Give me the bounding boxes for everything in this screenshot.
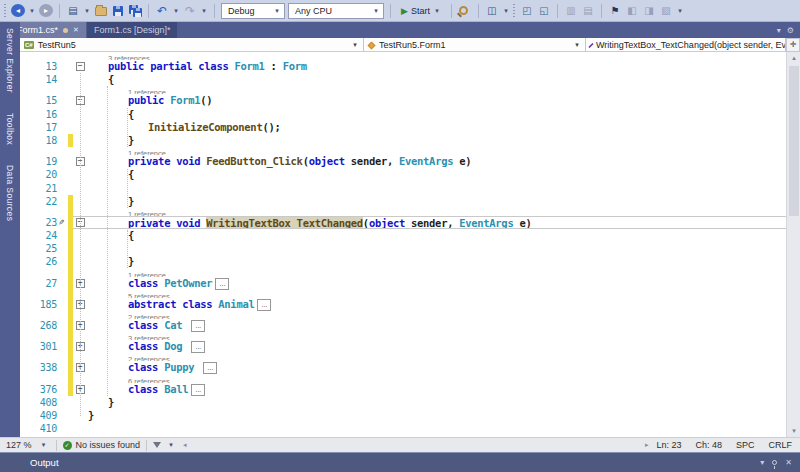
redo-button[interactable]: ↷ <box>183 3 197 19</box>
tab-pin-icon[interactable] <box>63 28 68 33</box>
toolbar-grip[interactable] <box>4 4 6 18</box>
find-in-files-button[interactable] <box>458 3 472 19</box>
code-line[interactable]: 20{ <box>20 168 786 181</box>
code-line[interactable]: 185+abstract class Animal... <box>20 298 786 311</box>
codelens-row[interactable]: 1 reference <box>20 269 786 277</box>
code-line[interactable]: 24{ <box>20 229 786 242</box>
code-line[interactable]: 16{ <box>20 108 786 121</box>
code-cleanup-caret-icon[interactable]: ▾ <box>167 441 175 449</box>
code-line[interactable]: 409} <box>20 409 786 422</box>
code-line[interactable]: 268+class Cat ... <box>20 319 786 332</box>
collapse-region-icon[interactable]: − <box>73 60 87 73</box>
window-position-icon[interactable]: ▾ <box>760 458 764 467</box>
open-file-button[interactable] <box>94 3 108 19</box>
code-line[interactable]: 410 <box>20 422 786 435</box>
code-line[interactable]: 23✎−private void WritingTextBox_TextChan… <box>20 216 786 229</box>
code-editor[interactable]: 3 references13−public partial class Form… <box>20 52 786 437</box>
codelens-row[interactable]: 5 references <box>20 290 786 298</box>
vertical-scrollbar[interactable]: ▴ ▾ <box>786 52 800 437</box>
undo-caret-icon[interactable]: ▾ <box>172 7 180 15</box>
code-line[interactable]: 26} <box>20 255 786 268</box>
code-line[interactable]: 18} <box>20 134 786 147</box>
code-line[interactable]: 338+class Puppy ... <box>20 361 786 374</box>
toolbar-grip[interactable] <box>513 4 515 18</box>
codelens-row[interactable]: 3 references <box>20 52 786 60</box>
code-line[interactable]: 27+class PetOwner... <box>20 277 786 290</box>
scroll-up-icon[interactable]: ▴ <box>787 54 800 62</box>
codelens-row[interactable]: 2 references <box>20 311 786 319</box>
preview-window-button[interactable]: ◫ <box>485 3 499 19</box>
code-line[interactable]: 408} <box>20 396 786 409</box>
codelens-row[interactable]: 3 references <box>20 332 786 340</box>
pin-icon[interactable] <box>772 460 777 465</box>
collapsed-region-box[interactable]: ... <box>257 299 271 311</box>
code-line[interactable]: 17InitializeComponent(); <box>20 121 786 134</box>
navigate-forward-button[interactable]: ▸ <box>39 4 53 17</box>
output-panel-bar[interactable]: Output ▾ ✕ <box>0 452 800 472</box>
collapsed-region-box[interactable]: ... <box>191 320 205 332</box>
codelens-row[interactable]: 1 reference <box>20 86 786 94</box>
start-debugging-button[interactable]: ▶ Start ▾ <box>397 3 445 19</box>
active-files-dropdown-icon[interactable]: ▾ <box>777 26 781 35</box>
type-select[interactable]: TestRun5.Form1 ▾ <box>364 38 586 52</box>
line-ending-indicator[interactable]: CRLF <box>768 440 792 450</box>
split-window-button[interactable]: ✛ <box>786 38 800 52</box>
spaces-indicator[interactable]: SPC <box>736 440 755 450</box>
project-select[interactable]: C# TestRun5 ▾ <box>20 38 364 52</box>
sidebar-item-data-sources[interactable]: Data Sources <box>5 165 15 221</box>
save-button[interactable] <box>111 3 125 19</box>
codelens-row[interactable]: 1 reference <box>20 147 786 155</box>
comment-button[interactable]: ▧ <box>659 3 673 19</box>
collapsed-region-box[interactable]: ... <box>191 384 205 396</box>
undo-button[interactable]: ↶ <box>155 3 169 19</box>
output-panel-title[interactable]: Output <box>30 457 59 468</box>
codelens-row[interactable]: 1 reference <box>20 208 786 216</box>
navigate-back-caret-icon[interactable]: ▾ <box>28 7 36 15</box>
navigate-back-button[interactable]: ◂ <box>11 4 25 17</box>
toggle-bookmark-button[interactable]: ⚑ <box>608 3 622 19</box>
member-select[interactable]: WritingTextBox_TextChanged(object sender… <box>586 38 786 52</box>
tab-form1-cs[interactable]: Form1.cs* ✕ <box>10 22 86 38</box>
code-line[interactable]: 15−public Form1() <box>20 94 786 107</box>
code-line[interactable]: 301+class Dog ... <box>20 340 786 353</box>
close-icon[interactable]: ✕ <box>785 458 792 467</box>
code-line[interactable]: 25 <box>20 242 786 255</box>
block-display-button[interactable]: ▤ <box>581 3 595 19</box>
show-hierarchy-button[interactable]: ◱ <box>537 3 551 19</box>
tab-form1-cs-design[interactable]: Form1.cs [Design]* <box>87 22 178 38</box>
document-health-indicator[interactable]: ✓ No issues found <box>63 440 141 450</box>
debug-configuration-select[interactable]: Debug ▾ <box>221 3 285 19</box>
code-line[interactable]: 376+class Ball... <box>20 383 786 396</box>
new-file-button[interactable]: ▤ <box>66 3 80 19</box>
outdent-button[interactable]: ◨ <box>642 3 656 19</box>
code-line[interactable]: 14{ <box>20 73 786 86</box>
preview-window-caret-icon[interactable]: ▾ <box>502 7 510 15</box>
indent-button[interactable]: ◧ <box>625 3 639 19</box>
new-file-caret-icon[interactable]: ▾ <box>83 7 91 15</box>
line-display-button[interactable]: ▥ <box>564 3 578 19</box>
codelens-row[interactable]: 2 references <box>20 353 786 361</box>
toolbar-overflow-icon[interactable]: ▾ <box>676 7 684 15</box>
horizontal-scrollbar[interactable]: ◂ ▸ <box>181 438 650 452</box>
redo-caret-icon[interactable]: ▾ <box>200 7 208 15</box>
scroll-left-icon[interactable]: ◂ <box>183 441 187 449</box>
collapsed-region-box[interactable]: ... <box>203 362 217 374</box>
zoom-select[interactable]: 127 % ▾ <box>4 440 50 450</box>
collapsed-region-box[interactable]: ... <box>215 278 229 290</box>
save-all-button[interactable] <box>128 3 142 19</box>
scroll-right-icon[interactable]: ▸ <box>645 441 649 449</box>
codelens-row[interactable]: 6 references <box>20 375 786 383</box>
platform-select[interactable]: Any CPU ▾ <box>288 3 384 19</box>
gear-icon[interactable]: ⚙ <box>787 26 794 35</box>
scrollbar-thumb[interactable] <box>789 66 799 216</box>
code-line[interactable]: 13−public partial class Form1 : Form <box>20 60 786 73</box>
scroll-down-icon[interactable]: ▾ <box>787 427 800 435</box>
close-icon[interactable]: ✕ <box>73 26 79 34</box>
sidebar-item-toolbox[interactable]: Toolbox <box>5 113 15 145</box>
code-cleanup-icon[interactable] <box>153 442 161 448</box>
code-line[interactable]: 21 <box>20 182 786 195</box>
show-graph-button[interactable]: ◰ <box>520 3 534 19</box>
code-line[interactable]: 22} <box>20 195 786 208</box>
code-line[interactable]: 19−private void FeedButton_Click(object … <box>20 155 786 168</box>
collapsed-region-box[interactable]: ... <box>191 341 205 353</box>
